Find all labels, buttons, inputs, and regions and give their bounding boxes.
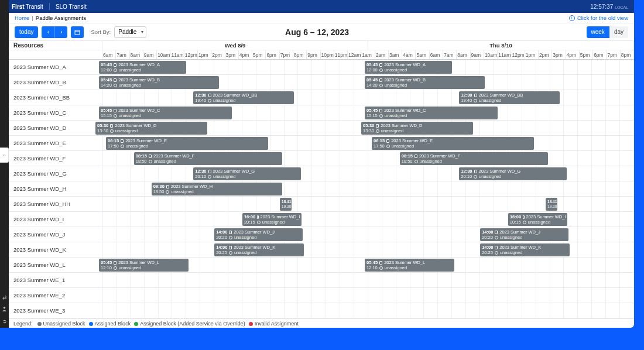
resource-name: 2023 Summer WD_D	[9, 121, 102, 135]
clock-icon	[376, 129, 379, 133]
schedule-block[interactable]: 12:302023 Summer WD_BB19:40unassigned	[193, 91, 293, 104]
resource-name: 2023 Summer WE_1	[9, 273, 102, 287]
schedule-block[interactable]: 05:452023 Summer WD_B14:20unassigned	[365, 76, 485, 89]
resource-track[interactable]: 05:452023 Summer WD_C15:15unassigned05:4…	[102, 105, 634, 120]
brand-second: Transit	[26, 4, 43, 10]
schedule-block[interactable]: 18.4119.30	[546, 198, 557, 211]
day-header-cell: Wed 8/9	[102, 41, 368, 50]
schedule-block[interactable]: 14:002023 Summer WD_J20:20unassigned	[480, 228, 568, 241]
resource-track[interactable]: 05:452023 Summer WD_B14:20unassigned05:4…	[102, 75, 634, 90]
legend-item: Invalid Assignment	[249, 321, 299, 327]
lock-icon	[149, 155, 152, 158]
lock-icon	[379, 109, 382, 112]
resource-row: 2023 Summer WD_B05:452023 Summer WD_B14:…	[9, 75, 634, 90]
schedule-block[interactable]: 05:452023 Summer WD_L12:10unassigned	[99, 259, 189, 272]
resource-name: 2023 Summer WE_3	[9, 303, 102, 318]
resource-row: 2023 Summer WD_K14:002023 Summer WD_K20:…	[9, 242, 634, 258]
schedule-block[interactable]: 05:452023 Summer WD_C15:15unassigned	[365, 107, 498, 119]
schedule-block[interactable]: 05:452023 Summer WD_B14:20unassigned	[99, 76, 219, 89]
hour-header-cell: 2pm	[211, 50, 225, 59]
week-view-button[interactable]: week	[587, 26, 609, 38]
clock-icon	[114, 68, 117, 72]
schedule-block[interactable]: 05:452023 Summer WD_A12:00unassigned	[99, 61, 186, 74]
schedule-block[interactable]: 18.4119.30	[280, 198, 292, 211]
next-button[interactable]: ›	[54, 26, 67, 38]
resource-track[interactable]: 09:302023 Summer WD_H18:50unassigned	[102, 181, 634, 196]
resource-track[interactable]: 18.4119.3018.4119.30	[102, 197, 634, 211]
rail-logout-icon[interactable]: ➲	[2, 318, 7, 324]
resource-track[interactable]: 06:152023 Summer WD_E17:50unassigned06:1…	[102, 136, 634, 150]
hour-header-cell: 12am	[348, 50, 361, 59]
schedule-block[interactable]: 14:002023 Summer WD_K20:25unassigned	[214, 243, 304, 256]
schedule-block[interactable]: 09:302023 Summer WD_H18:50unassigned	[152, 183, 282, 195]
resource-track[interactable]: 08:152023 Summer WD_F18:50unassigned08:1…	[102, 151, 634, 166]
schedule-block[interactable]: 06:152023 Summer WD_E17:50unassigned	[372, 137, 534, 150]
hour-header-cell: 5pm	[252, 50, 266, 59]
resource-row: 2023 Summer WE_2	[9, 288, 634, 303]
schedule-block[interactable]: 14:002023 Summer WD_K20:25unassigned	[480, 243, 570, 256]
lock-icon	[166, 185, 169, 188]
breadcrumb-page: Paddle Assignments	[36, 15, 86, 21]
today-button[interactable]: today	[15, 26, 38, 38]
schedule-block[interactable]: 05:452023 Summer WD_A12:00unassigned	[365, 61, 452, 74]
lock-icon	[229, 231, 232, 234]
schedule-block[interactable]: 05:302023 Summer WD_D13:30unassigned	[361, 122, 473, 135]
hour-header-cell: 5am	[416, 50, 429, 59]
schedule-block[interactable]: 16:002023 Summer WD_I20:15unassigned	[508, 213, 568, 226]
resource-track[interactable]: 16:002023 Summer WD_I20:15unassigned16:0…	[102, 212, 634, 227]
resource-name: 2023 Summer WD_I	[9, 212, 102, 227]
hour-header-cell: 5pm	[580, 50, 593, 59]
hour-header-cell: 2am	[375, 50, 389, 59]
clock-icon	[166, 190, 169, 194]
resource-track[interactable]: 14:002023 Summer WD_J20:20unassigned14:0…	[102, 227, 634, 242]
schedule-block[interactable]: 12:302023 Summer WD_BB19:40unassigned	[459, 91, 559, 104]
resource-row: 2023 Summer WD_HH18.4119.3018.4119.30	[9, 197, 634, 212]
schedule-block[interactable]: 06:152023 Summer WD_E17:50unassigned	[106, 137, 268, 150]
schedule-block[interactable]: 05:452023 Summer WD_L12:10unassigned	[365, 259, 454, 272]
lock-icon	[121, 139, 124, 143]
resources-header: Resources	[9, 41, 102, 50]
clock-icon	[114, 114, 117, 118]
hour-header-cell: 1am	[361, 50, 375, 59]
hour-header-cell: 3pm	[552, 50, 566, 59]
rail-toggle-icon[interactable]: ⇄	[2, 294, 7, 300]
breadcrumb-home[interactable]: Home	[15, 15, 29, 21]
schedule-block[interactable]: 14:002023 Summer WD_J20:20unassigned	[214, 228, 303, 241]
sidebar-expand[interactable]: ››	[0, 147, 9, 163]
resource-name: 2023 Summer WD_H	[9, 181, 102, 196]
schedule-body[interactable]: 2023 Summer WD_A05:452023 Summer WD_A12:…	[9, 60, 634, 318]
resource-track[interactable]: 05:452023 Summer WD_L12:10unassigned05:4…	[102, 258, 634, 272]
lock-icon	[114, 109, 117, 112]
resource-track[interactable]	[102, 288, 634, 303]
resource-track[interactable]: 12:302023 Summer WD_BB19:40unassigned12:…	[102, 90, 634, 105]
schedule-block[interactable]: 12:302023 Summer WD_G20:10unassigned	[459, 167, 566, 180]
lock-icon	[114, 63, 117, 67]
hour-header-cell: 1pm	[198, 50, 211, 59]
schedule-block[interactable]: 05:452023 Summer WD_C15:15unassigned	[99, 107, 232, 119]
lock-icon	[257, 215, 258, 219]
resource-track[interactable]: 05:302023 Summer WD_D13:30unassigned05:3…	[102, 121, 634, 135]
schedule-block[interactable]: 08:152023 Summer WD_F18:50unassigned	[400, 152, 548, 165]
rail-user-icon[interactable]	[2, 306, 7, 313]
clock-icon	[110, 129, 114, 133]
resource-track[interactable]: 05:452023 Summer WD_A12:00unassigned05:4…	[102, 60, 634, 74]
schedule-block[interactable]: 12:302023 Summer WD_G20:10unassigned	[193, 167, 300, 180]
resource-track[interactable]: 14:002023 Summer WD_K20:25unassigned14:0…	[102, 242, 634, 257]
sort-by-select[interactable]: Paddle	[114, 26, 146, 38]
resource-track[interactable]: 12:302023 Summer WD_G20:10unassigned12:3…	[102, 166, 634, 181]
schedule-block[interactable]: 16:002023 Summer WD_I20:15unassigned	[242, 213, 302, 226]
clock-icon	[386, 145, 390, 148]
prev-button[interactable]: ‹	[42, 26, 54, 38]
nav-group: ‹ ›	[42, 26, 67, 38]
lock-icon	[474, 94, 477, 97]
schedule-block[interactable]: 08:152023 Summer WD_F18:50unassigned	[134, 152, 282, 165]
schedule-block[interactable]: 05:302023 Summer WD_D13:30unassigned	[95, 122, 207, 135]
resource-track[interactable]	[102, 303, 634, 318]
resource-track[interactable]	[102, 273, 634, 287]
calendar-button[interactable]	[71, 26, 84, 38]
sort-by-label: Sort By:	[91, 29, 111, 35]
old-view-link[interactable]: i Click for the old view	[569, 15, 628, 21]
hour-header-cell: 4pm	[566, 50, 580, 59]
clock-icon	[523, 221, 526, 224]
day-view-button[interactable]: day	[609, 26, 628, 38]
